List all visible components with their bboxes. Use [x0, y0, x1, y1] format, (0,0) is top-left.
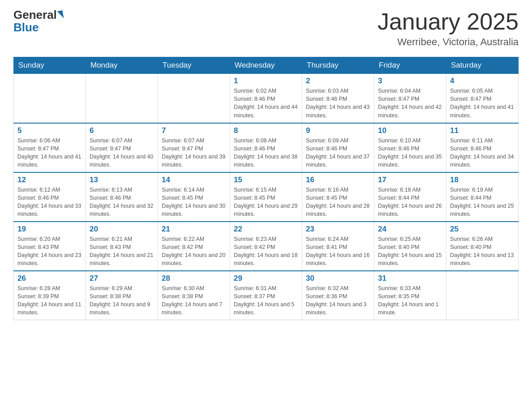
- day-info: Sunrise: 6:21 AM Sunset: 8:43 PM Dayligh…: [90, 235, 154, 268]
- calendar-day-17: 17Sunrise: 6:18 AM Sunset: 8:44 PM Dayli…: [374, 172, 446, 222]
- calendar-header-saturday: Saturday: [446, 57, 519, 74]
- day-number: 5: [17, 126, 82, 135]
- day-number: 18: [450, 176, 515, 184]
- calendar-day-8: 8Sunrise: 6:08 AM Sunset: 8:46 PM Daylig…: [230, 123, 302, 172]
- day-number: 24: [378, 225, 442, 234]
- day-number: 12: [17, 176, 82, 184]
- day-number: 23: [306, 225, 370, 234]
- day-info: Sunrise: 6:20 AM Sunset: 8:43 PM Dayligh…: [17, 235, 82, 268]
- day-number: 3: [378, 77, 442, 86]
- day-number: 6: [90, 126, 154, 135]
- day-info: Sunrise: 6:12 AM Sunset: 8:46 PM Dayligh…: [17, 186, 82, 218]
- calendar-day-15: 15Sunrise: 6:15 AM Sunset: 8:45 PM Dayli…: [230, 172, 302, 222]
- day-info: Sunrise: 6:33 AM Sunset: 8:35 PM Dayligh…: [378, 284, 442, 317]
- calendar-day-3: 3Sunrise: 6:04 AM Sunset: 8:47 PM Daylig…: [374, 74, 446, 123]
- calendar-day-10: 10Sunrise: 6:10 AM Sunset: 8:46 PM Dayli…: [374, 123, 446, 172]
- calendar-header-row: SundayMondayTuesdayWednesdayThursdayFrid…: [14, 57, 519, 74]
- calendar-empty-cell: [446, 271, 519, 320]
- logo-triangle-icon: [57, 10, 64, 19]
- day-number: 4: [450, 77, 515, 86]
- day-info: Sunrise: 6:22 AM Sunset: 8:42 PM Dayligh…: [162, 235, 226, 268]
- day-info: Sunrise: 6:07 AM Sunset: 8:47 PM Dayligh…: [90, 137, 154, 169]
- day-number: 2: [306, 77, 370, 86]
- day-info: Sunrise: 6:05 AM Sunset: 8:47 PM Dayligh…: [450, 87, 515, 120]
- day-info: Sunrise: 6:03 AM Sunset: 8:46 PM Dayligh…: [306, 87, 370, 120]
- logo-general-text: General: [13, 9, 57, 21]
- day-info: Sunrise: 6:25 AM Sunset: 8:40 PM Dayligh…: [378, 235, 442, 268]
- calendar-day-28: 28Sunrise: 6:30 AM Sunset: 8:38 PM Dayli…: [158, 271, 230, 320]
- calendar-header-sunday: Sunday: [14, 57, 86, 74]
- calendar-empty-cell: [158, 74, 230, 123]
- calendar-day-27: 27Sunrise: 6:29 AM Sunset: 8:38 PM Dayli…: [86, 271, 158, 320]
- day-info: Sunrise: 6:16 AM Sunset: 8:45 PM Dayligh…: [306, 186, 370, 218]
- calendar-day-23: 23Sunrise: 6:24 AM Sunset: 8:41 PM Dayli…: [302, 222, 374, 271]
- calendar-day-30: 30Sunrise: 6:32 AM Sunset: 8:36 PM Dayli…: [302, 271, 374, 320]
- calendar-header-monday: Monday: [86, 57, 158, 74]
- title-block: January 2025 Werribee, Victoria, Austral…: [378, 9, 519, 48]
- day-info: Sunrise: 6:09 AM Sunset: 8:46 PM Dayligh…: [306, 137, 370, 169]
- logo-blue-text: Blue: [13, 21, 39, 34]
- calendar-day-16: 16Sunrise: 6:16 AM Sunset: 8:45 PM Dayli…: [302, 172, 374, 222]
- day-info: Sunrise: 6:10 AM Sunset: 8:46 PM Dayligh…: [378, 137, 442, 169]
- day-number: 20: [90, 225, 154, 234]
- calendar-day-4: 4Sunrise: 6:05 AM Sunset: 8:47 PM Daylig…: [446, 74, 519, 123]
- day-info: Sunrise: 6:24 AM Sunset: 8:41 PM Dayligh…: [306, 235, 370, 268]
- logo: General Blue: [13, 9, 64, 34]
- day-number: 21: [162, 225, 226, 234]
- calendar-day-13: 13Sunrise: 6:13 AM Sunset: 8:46 PM Dayli…: [86, 172, 158, 222]
- day-number: 28: [162, 274, 226, 283]
- day-number: 10: [378, 126, 442, 135]
- day-number: 17: [378, 176, 442, 184]
- calendar-header-tuesday: Tuesday: [158, 57, 230, 74]
- calendar-day-29: 29Sunrise: 6:31 AM Sunset: 8:37 PM Dayli…: [230, 271, 302, 320]
- calendar-day-11: 11Sunrise: 6:11 AM Sunset: 8:46 PM Dayli…: [446, 123, 519, 172]
- calendar-table: SundayMondayTuesdayWednesdayThursdayFrid…: [13, 57, 519, 320]
- calendar-day-12: 12Sunrise: 6:12 AM Sunset: 8:46 PM Dayli…: [14, 172, 86, 222]
- calendar-empty-cell: [14, 74, 86, 123]
- day-info: Sunrise: 6:30 AM Sunset: 8:38 PM Dayligh…: [162, 284, 226, 317]
- calendar-day-6: 6Sunrise: 6:07 AM Sunset: 8:47 PM Daylig…: [86, 123, 158, 172]
- calendar-day-22: 22Sunrise: 6:23 AM Sunset: 8:42 PM Dayli…: [230, 222, 302, 271]
- calendar-day-14: 14Sunrise: 6:14 AM Sunset: 8:45 PM Dayli…: [158, 172, 230, 222]
- calendar-day-5: 5Sunrise: 6:06 AM Sunset: 8:47 PM Daylig…: [14, 123, 86, 172]
- calendar-day-20: 20Sunrise: 6:21 AM Sunset: 8:43 PM Dayli…: [86, 222, 158, 271]
- calendar-day-21: 21Sunrise: 6:22 AM Sunset: 8:42 PM Dayli…: [158, 222, 230, 271]
- calendar-week-row: 5Sunrise: 6:06 AM Sunset: 8:47 PM Daylig…: [14, 123, 519, 172]
- day-number: 22: [234, 225, 298, 234]
- calendar-empty-cell: [86, 74, 158, 123]
- day-info: Sunrise: 6:11 AM Sunset: 8:46 PM Dayligh…: [450, 137, 515, 169]
- day-number: 16: [306, 176, 370, 184]
- calendar-header-friday: Friday: [374, 57, 446, 74]
- calendar-week-row: 19Sunrise: 6:20 AM Sunset: 8:43 PM Dayli…: [14, 222, 519, 271]
- day-info: Sunrise: 6:31 AM Sunset: 8:37 PM Dayligh…: [234, 284, 298, 317]
- day-number: 27: [90, 274, 154, 283]
- day-info: Sunrise: 6:23 AM Sunset: 8:42 PM Dayligh…: [234, 235, 298, 268]
- day-number: 1: [234, 77, 298, 86]
- calendar-header-thursday: Thursday: [302, 57, 374, 74]
- day-info: Sunrise: 6:07 AM Sunset: 8:47 PM Dayligh…: [162, 137, 226, 169]
- day-number: 9: [306, 126, 370, 135]
- day-info: Sunrise: 6:14 AM Sunset: 8:45 PM Dayligh…: [162, 186, 226, 218]
- calendar-day-19: 19Sunrise: 6:20 AM Sunset: 8:43 PM Dayli…: [14, 222, 86, 271]
- month-title: January 2025: [378, 9, 519, 34]
- calendar-day-26: 26Sunrise: 6:28 AM Sunset: 8:39 PM Dayli…: [14, 271, 86, 320]
- calendar-week-row: 12Sunrise: 6:12 AM Sunset: 8:46 PM Dayli…: [14, 172, 519, 222]
- calendar-day-7: 7Sunrise: 6:07 AM Sunset: 8:47 PM Daylig…: [158, 123, 230, 172]
- day-number: 11: [450, 126, 515, 135]
- day-info: Sunrise: 6:28 AM Sunset: 8:39 PM Dayligh…: [17, 284, 82, 317]
- day-info: Sunrise: 6:04 AM Sunset: 8:47 PM Dayligh…: [378, 87, 442, 120]
- calendar-day-31: 31Sunrise: 6:33 AM Sunset: 8:35 PM Dayli…: [374, 271, 446, 320]
- day-number: 19: [17, 225, 82, 234]
- calendar-day-24: 24Sunrise: 6:25 AM Sunset: 8:40 PM Dayli…: [374, 222, 446, 271]
- calendar-day-25: 25Sunrise: 6:26 AM Sunset: 8:40 PM Dayli…: [446, 222, 519, 271]
- day-number: 13: [90, 176, 154, 184]
- day-info: Sunrise: 6:26 AM Sunset: 8:40 PM Dayligh…: [450, 235, 515, 268]
- day-number: 25: [450, 225, 515, 234]
- day-number: 26: [17, 274, 82, 283]
- day-number: 14: [162, 176, 226, 184]
- day-number: 30: [306, 274, 370, 283]
- calendar-day-1: 1Sunrise: 6:02 AM Sunset: 8:46 PM Daylig…: [230, 74, 302, 123]
- page-header: General Blue January 2025 Werribee, Vict…: [13, 9, 519, 48]
- calendar-day-18: 18Sunrise: 6:19 AM Sunset: 8:44 PM Dayli…: [446, 172, 519, 222]
- day-info: Sunrise: 6:06 AM Sunset: 8:47 PM Dayligh…: [17, 137, 82, 169]
